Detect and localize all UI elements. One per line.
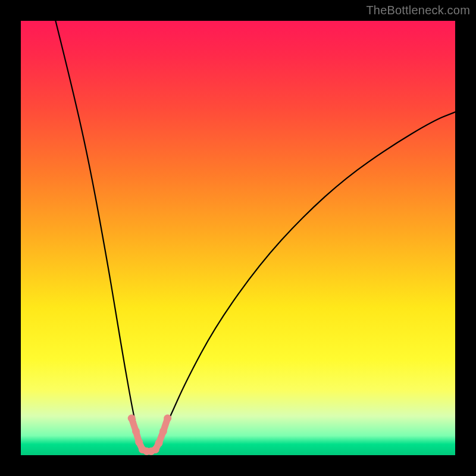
bottleneck-curve: [55, 21, 455, 451]
chart-frame: TheBottleneck.com: [0, 0, 476, 476]
trough-marker-dot: [155, 439, 163, 447]
trough-marker-dot: [135, 439, 143, 446]
trough-marker-dot: [164, 415, 171, 422]
trough-marker-dot: [159, 427, 167, 435]
trough-marker-dot: [128, 415, 136, 422]
curve-layer: [21, 21, 455, 455]
trough-marker-dot: [132, 427, 140, 435]
watermark-text: TheBottleneck.com: [366, 4, 470, 17]
trough-markers: [128, 415, 172, 455]
plot-area: [21, 21, 455, 455]
